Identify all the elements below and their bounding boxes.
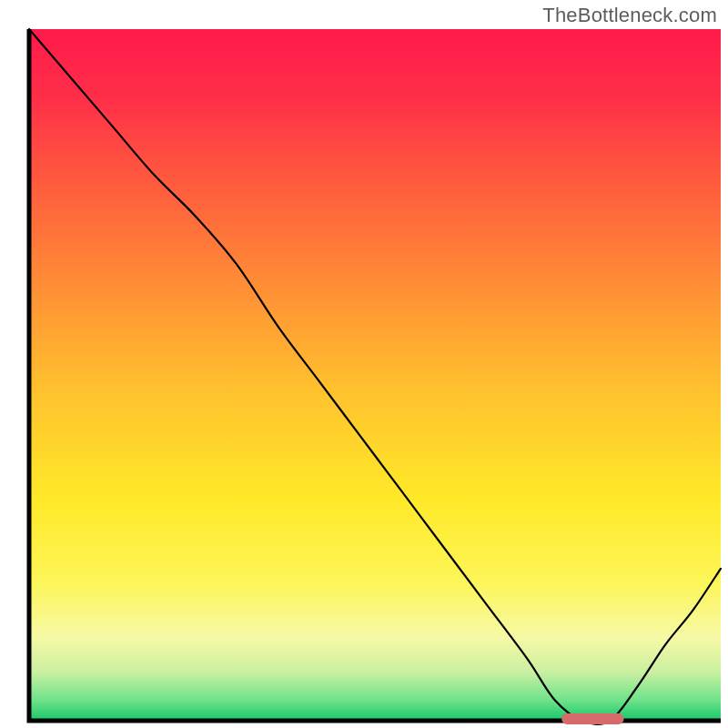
plot-background [29, 29, 721, 721]
chart-container: TheBottleneck.com [0, 0, 728, 728]
watermark-label: TheBottleneck.com [542, 4, 717, 27]
bottleneck-chart [0, 0, 728, 728]
optimal-range-marker [561, 713, 623, 724]
